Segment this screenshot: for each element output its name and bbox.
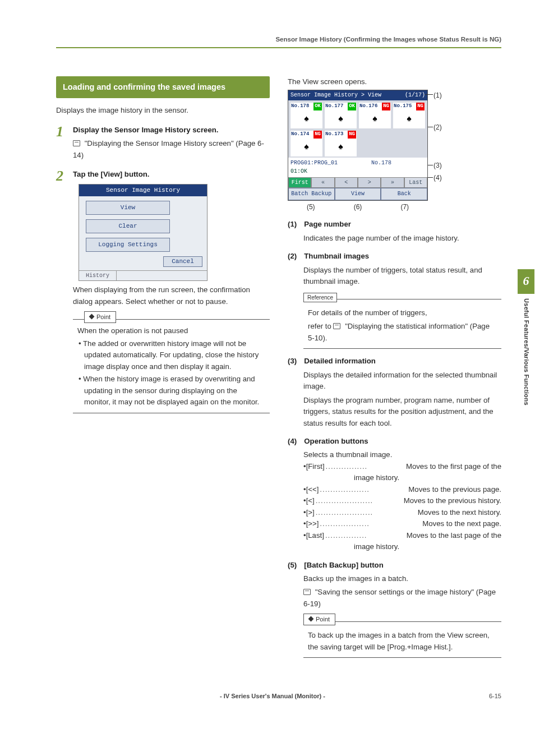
book-icon — [303, 589, 311, 595]
vs-button-row: Batch Backup View Back — [288, 188, 427, 200]
vs-page-indicator: (1/17) — [405, 91, 425, 100]
spade-icon: ♠ — [304, 141, 309, 154]
thumb-5-status: NG — [348, 131, 356, 139]
menu-titlebar: Sensor Image History — [79, 185, 207, 196]
item-1-heading: (1) Page number — [288, 219, 501, 230]
point-body-5: To back up the images in a batch from th… — [308, 630, 497, 653]
point-label-text: Point — [96, 314, 110, 320]
item-1-body: Indicates the page number of the image h… — [303, 233, 501, 244]
clear-button[interactable]: Clear — [86, 219, 170, 233]
callout-3: (3) — [433, 160, 442, 171]
callout-1: (1) — [433, 90, 442, 101]
logging-settings-button[interactable]: Logging Settings — [86, 238, 170, 252]
op-val-last: Moves to the last page of the — [407, 530, 501, 541]
spade-icon: ♠ — [304, 113, 309, 126]
thumb-0[interactable]: No.178OK♠ — [290, 103, 322, 128]
chapter-number: 6 — [518, 269, 534, 294]
spade-icon: ♠ — [372, 113, 377, 126]
op-key-n: [>] — [306, 507, 315, 518]
numbered-explanations: (1) Page number Indicates the page numbe… — [288, 219, 501, 658]
callout-2: (2) — [433, 122, 442, 133]
nav-prev-page[interactable]: « — [311, 177, 334, 188]
point-label: Point — [84, 311, 116, 323]
cancel-button[interactable]: Cancel — [163, 256, 202, 267]
point-icon — [89, 314, 95, 320]
footer-page-number: 6-15 — [489, 692, 501, 701]
point-icon — [308, 616, 314, 622]
vs-info-no: No.178 — [371, 159, 391, 176]
vs-breadcrumb: Sensor Image History > View — [290, 91, 381, 100]
point-label-5: Point — [303, 614, 335, 625]
sensor-history-menu-screenshot: Sensor Image History View Clear Logging … — [79, 184, 207, 282]
history-tab[interactable]: History — [79, 271, 117, 281]
nav-next[interactable]: > — [358, 177, 381, 188]
thumb-5[interactable]: No.173NG♠ — [325, 131, 357, 156]
right-column: The View screen opens. Sensor Image Hist… — [288, 76, 501, 658]
nav-next-page[interactable]: » — [381, 177, 404, 188]
point-label-5-text: Point — [316, 616, 330, 623]
point-intro: When the operation is not paused — [77, 325, 265, 336]
batch-backup-button[interactable]: Batch Backup — [288, 188, 335, 200]
footer-center: - IV Series User's Manual (Monitor) - — [56, 692, 489, 701]
view-action-button[interactable]: View — [335, 188, 381, 200]
nav-prev[interactable]: < — [335, 177, 358, 188]
step-number-1: 1 — [56, 125, 68, 161]
thumb-2[interactable]: No.176NG♠ — [359, 103, 391, 128]
spade-icon: ♠ — [338, 113, 343, 126]
op-key-last: [Last] — [306, 530, 324, 541]
op-val-n: Moves to the next history. — [418, 507, 501, 518]
running-header: Sensor Image History (Confirming the Ima… — [56, 35, 501, 48]
thumb-1[interactable]: No.177OK♠ — [325, 103, 357, 128]
section-intro: Displays the image history in the sensor… — [56, 105, 270, 116]
callout-4: (4) — [433, 173, 442, 183]
point-box: When the operation is not paused The add… — [73, 319, 270, 413]
item-2-body: Displays the number of triggers, total s… — [303, 265, 501, 288]
thumb-0-status: OK — [313, 103, 322, 110]
reference-label: Reference — [303, 293, 337, 303]
reference-box: For details of the number of triggers, r… — [303, 299, 501, 349]
page-footer: - IV Series User's Manual (Monitor) - 6-… — [56, 692, 501, 701]
book-icon — [73, 140, 80, 146]
thumb-3[interactable]: No.175NG♠ — [393, 103, 425, 128]
thumb-3-no: No.175 — [394, 103, 412, 110]
nav-last[interactable]: Last — [404, 177, 427, 188]
thumb-1-no: No.177 — [325, 103, 343, 110]
step-2: 2 Tap the [View] button. Sensor Image Hi… — [56, 169, 270, 413]
thumb-3-status: NG — [416, 103, 425, 110]
point-bullet-2: When the history image is erased by over… — [79, 374, 265, 408]
op-val-first: Moves to the first page of the — [406, 461, 501, 472]
thumb-2-no: No.176 — [359, 103, 377, 110]
item-2-heading: (2) Thumbnail images — [288, 251, 501, 262]
item-4-intro: Selects a thumbnail image. — [303, 449, 501, 460]
vs-detailed-info: PROG01:PROG_01 01:OK No.178 — [288, 158, 427, 177]
thumb-4[interactable]: No.174NG♠ — [290, 131, 322, 156]
spade-icon: ♠ — [407, 113, 412, 126]
vs-info-status: 01:OK — [290, 168, 307, 174]
point-bullet-1: The added or overwritten history image w… — [79, 338, 265, 372]
item-3-heading: (3) Detailed information — [288, 356, 501, 367]
view-button[interactable]: View — [86, 201, 170, 215]
back-button[interactable]: Back — [381, 188, 427, 200]
view-opens-text: The View screen opens. — [288, 76, 501, 87]
side-tab: 6 Useful Features/Various Functions — [517, 269, 535, 405]
op-key-nn: [>>] — [306, 518, 319, 529]
ref-body-l2a: refer to — [308, 322, 333, 330]
op-val-nn: Moves to the next page. — [422, 518, 501, 529]
thumb-0-no: No.178 — [291, 103, 309, 110]
op-key-first: [First] — [306, 461, 325, 472]
step-1: 1 Display the Sensor Image History scree… — [56, 125, 270, 161]
item-5-ref: "Saving the sensor settings or the image… — [303, 588, 496, 607]
vs-nav-row: First « < > » Last — [288, 177, 427, 188]
callout-6: (6) — [334, 202, 382, 213]
spade-icon: ♠ — [338, 141, 343, 154]
op-val-p: Moves to the previous history. — [404, 495, 501, 506]
step-2-title: Tap the [View] button. — [73, 169, 270, 180]
step-2-aftertext: When displaying from the run screen, the… — [73, 284, 270, 307]
step-1-reference: "Displaying the Sensor Image History scr… — [73, 138, 270, 161]
nav-first[interactable]: First — [288, 177, 311, 188]
section-heading: Loading and confirming the saved images — [56, 76, 270, 99]
item-5-heading: (5) [Batch Backup] button — [288, 560, 501, 571]
op-cont-first: image history. — [303, 472, 501, 483]
item-5-body: Backs up the images in a batch. — [303, 573, 501, 584]
item-4-heading: (4) Operation buttons — [288, 436, 501, 447]
